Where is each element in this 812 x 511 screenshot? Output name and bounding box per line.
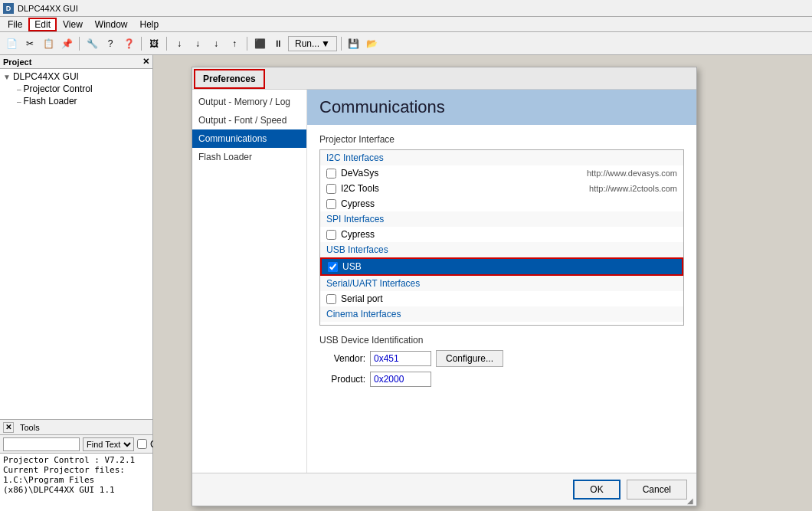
menu-file[interactable]: File [2, 18, 28, 31]
toolbar-btn10[interactable]: ↓ [189, 35, 206, 52]
tree-root[interactable]: ▼ DLPC44XX GUI [2, 70, 151, 83]
toolbar-sep-1 [79, 37, 80, 51]
project-panel-close[interactable]: ✕ [142, 57, 149, 67]
if-item-devasys[interactable]: DeVaSys http://www.devasys.com [320, 165, 683, 181]
i2ctools-checkbox[interactable] [326, 184, 336, 194]
menu-window[interactable]: Window [89, 18, 134, 31]
toolbar-open[interactable]: 📂 [364, 35, 381, 52]
serial-label: Serial port [341, 293, 383, 304]
product-input[interactable] [370, 372, 431, 387]
toolbar-stop[interactable]: ⬛ [251, 35, 268, 52]
menu-bar: File Edit View Window Help [0, 17, 812, 32]
projector-interface-label: Projector Interface [319, 134, 684, 145]
project-panel-title: Project ✕ [0, 55, 152, 69]
vendor-input[interactable] [370, 351, 431, 366]
preferences-tab[interactable]: Preferences [194, 69, 265, 89]
usb-label: USB [342, 261, 362, 272]
toolbar-new[interactable]: 📄 [3, 35, 20, 52]
cypress-spi-label: Cypress [341, 229, 375, 240]
devasys-checkbox[interactable] [326, 169, 336, 179]
project-tree: ▼ DLPC44XX GUI – Projector Control – Fla… [0, 69, 152, 419]
output-line-2: Current Projector files: [3, 465, 149, 475]
toolbar-btn12[interactable]: ↑ [226, 35, 243, 52]
i2ctools-label: I2C Tools [341, 183, 379, 194]
if-item-i2ctools[interactable]: I2C Tools http://www.i2ctools.com [320, 181, 683, 196]
sidebar-item-communications[interactable]: Communications [192, 129, 306, 148]
vendor-label: Vendor: [319, 353, 365, 364]
serial-checkbox[interactable] [326, 294, 336, 304]
toolbar-paste[interactable]: 📌 [58, 35, 75, 52]
tree-item-projector[interactable]: – Projector Control [2, 83, 151, 95]
sidebar-item-output-font[interactable]: Output - Font / Speed [192, 111, 306, 129]
preferences-footer: OK Cancel [192, 473, 696, 506]
toolbar-sep-4 [247, 37, 247, 51]
product-label: Product: [319, 374, 365, 385]
menu-view[interactable]: View [57, 18, 89, 31]
toolbar-btn5[interactable]: 🔧 [83, 35, 100, 52]
output-line-3: 1.C:\Program Files (x86)\DLPC44XX GUI 1.… [3, 475, 149, 495]
usb-checkbox[interactable] [328, 262, 338, 272]
toolbar-btn7[interactable]: ❓ [120, 35, 137, 52]
i2ctools-url: http://www.i2ctools.com [589, 184, 677, 193]
menu-edit[interactable]: Edit [28, 18, 57, 31]
main-area: Project ✕ ▼ DLPC44XX GUI – Projector Con… [0, 55, 812, 511]
toolbar-pause[interactable]: ⏸ [270, 35, 286, 52]
serial-header: Serial/UART Interfaces [320, 276, 683, 291]
app-title: DLPC44XX GUI [18, 4, 78, 13]
if-item-serial[interactable]: Serial port [320, 291, 683, 306]
tree-item-icon-2: – [17, 97, 21, 106]
cancel-button[interactable]: Cancel [627, 480, 687, 500]
cinema-header: Cinema Interfaces [320, 306, 683, 322]
preferences-dialog: Preferences Output - Memory / Log Output… [192, 67, 697, 506]
tree-item-icon: – [17, 85, 21, 93]
tools-tab-bar: ✕ Tools [0, 419, 152, 434]
preferences-content: Communications Projector Interface I2C I… [307, 90, 696, 473]
preferences-sidebar: Output - Memory / Log Output - Font / Sp… [192, 90, 307, 473]
bottom-area: ✕ Tools Find Text Cas Projector Control … [0, 419, 152, 511]
output-line-1: Projector Control : V7.2.1 [3, 455, 149, 465]
toolbar-btn9[interactable]: ↓ [171, 35, 188, 52]
preferences-tab-bar: Preferences [192, 67, 696, 90]
if-item-usb[interactable]: USB [320, 257, 683, 276]
run-dropdown-icon: ▼ [321, 38, 330, 49]
interface-list[interactable]: I2C Interfaces DeVaSys http://www.devasy… [319, 149, 684, 326]
vendor-row: Vendor: Configure... [319, 350, 684, 367]
if-item-cypress-i2c[interactable]: Cypress [320, 196, 683, 211]
output-area: Projector Control : V7.2.1 Current Proje… [0, 453, 152, 511]
devasys-url: http://www.devasys.com [587, 169, 677, 178]
if-item-cypress-spi[interactable]: Cypress [320, 227, 683, 242]
menu-help[interactable]: Help [134, 18, 165, 31]
tools-close[interactable]: ✕ [3, 422, 14, 433]
i2c-header: I2C Interfaces [320, 150, 683, 165]
toolbar-copy[interactable]: 📋 [40, 35, 57, 52]
usb-header: USB Interfaces [320, 242, 683, 257]
toolbar-btn6[interactable]: ? [102, 35, 119, 52]
content-area: Preferences Output - Memory / Log Output… [153, 55, 812, 511]
tree-root-label: DLPC44XX GUI [13, 71, 79, 82]
spi-header: SPI Interfaces [320, 211, 683, 227]
app-icon: D [3, 3, 14, 14]
tree-item-flash[interactable]: – Flash Loader [2, 95, 151, 107]
find-combo[interactable]: Find Text [83, 437, 134, 451]
ok-button[interactable]: OK [573, 480, 620, 500]
run-button[interactable]: Run... ▼ [288, 36, 337, 51]
find-input[interactable] [3, 437, 80, 451]
toolbar-btn11[interactable]: ↓ [208, 35, 224, 52]
tree-expand-icon: ▼ [3, 73, 11, 81]
cypress-spi-checkbox[interactable] [326, 230, 336, 240]
toolbar-btn8[interactable]: 🖼 [146, 35, 162, 52]
section-header: Communications [307, 90, 696, 125]
tools-tab[interactable]: Tools [14, 421, 46, 434]
configure-button[interactable]: Configure... [436, 350, 503, 367]
toolbar: 📄 ✂ 📋 📌 🔧 ? ❓ 🖼 ↓ ↓ ↓ ↑ ⬛ ⏸ Run... ▼ 💾 📂 [0, 32, 812, 55]
toolbar-sep-5 [341, 37, 342, 51]
sidebar-item-output-memory[interactable]: Output - Memory / Log [192, 93, 306, 111]
toolbar-save[interactable]: 💾 [345, 35, 362, 52]
toolbar-sep-2 [141, 37, 142, 51]
resize-handle[interactable]: ◢ [687, 496, 695, 504]
sidebar-item-flash-loader[interactable]: Flash Loader [192, 148, 306, 166]
case-checkbox[interactable] [137, 439, 147, 449]
devasys-label: DeVaSys [341, 168, 378, 179]
cypress-i2c-checkbox[interactable] [326, 199, 336, 209]
toolbar-cut[interactable]: ✂ [21, 35, 38, 52]
